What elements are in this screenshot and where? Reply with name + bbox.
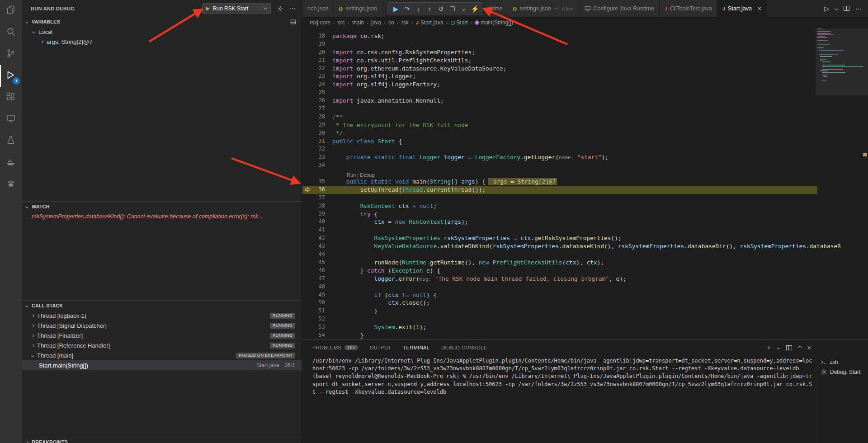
terminal-list-item[interactable]: Debug: Start: [815, 367, 868, 377]
tab-configure-java-runtime[interactable]: Configure Java Runtime: [580, 0, 660, 17]
code-line[interactable]: 45 runNode(Runtime.getRuntime(), new Pre…: [302, 259, 817, 267]
code-line[interactable]: 44: [302, 250, 817, 259]
hot-code-replace-button[interactable]: ⚡: [469, 3, 481, 15]
tab-clitoolstest-java[interactable]: JCliToolsTest.java: [660, 0, 717, 17]
launch-config-select[interactable]: ▶ Run RSK Start: [202, 3, 271, 14]
chevron-down-icon[interactable]: [777, 346, 780, 349]
code-line[interactable]: 51 }: [302, 307, 817, 315]
thread-row[interactable]: Thread [Finalizer]RUNNING: [22, 330, 302, 340]
activity-run-and-debug-button[interactable]: 1: [0, 65, 22, 87]
terminal-output[interactable]: /usr/bin/env /Library/Internet\ Plug-Ins…: [312, 357, 812, 443]
breakpoints-header[interactable]: BREAKPOINTS: [22, 437, 302, 443]
activity-source-control-button[interactable]: [0, 43, 22, 65]
code-lens-run-debug[interactable]: Run | Debug: [302, 170, 817, 178]
code-line[interactable]: 31public class Start {: [302, 137, 817, 146]
activity-docker-button[interactable]: [0, 152, 22, 174]
chevron-button[interactable]: [458, 3, 469, 15]
maximize-panel-icon[interactable]: [798, 346, 802, 349]
code-line[interactable]: 21import co.rsk.util.PreflightChecksUtil…: [302, 57, 817, 65]
code-line[interactable]: 32: [302, 145, 817, 153]
more-actions-icon[interactable]: ⋯: [855, 5, 862, 12]
code-line[interactable]: 52: [302, 315, 817, 323]
breadcrumb-item[interactable]: main: [352, 19, 364, 26]
code-editor[interactable]: 18package co.rsk;1920import co.rsk.confi…: [302, 28, 868, 339]
thread-row[interactable]: Thread [Signal Dispatcher]RUNNING: [22, 320, 302, 330]
code-line[interactable]: 26import javax.annotation.Nonnull;: [302, 97, 817, 105]
close-icon[interactable]: ×: [758, 5, 761, 12]
code-line[interactable]: 46 } catch (Exception e) {: [302, 267, 817, 275]
panel-tab-terminal[interactable]: TERMINAL: [403, 340, 429, 355]
code-line[interactable]: 20import co.rsk.config.RskSystemProperti…: [302, 48, 817, 57]
variables-scope-local[interactable]: Local: [22, 27, 302, 37]
watch-header[interactable]: WATCH: [22, 202, 302, 212]
code-line[interactable]: 34: [302, 161, 817, 170]
code-line[interactable]: 35 public static void main(String[] args…: [302, 178, 817, 186]
breadcrumb-item[interactable]: src: [338, 19, 345, 26]
minimap-slider[interactable]: [816, 28, 868, 95]
code-line[interactable]: 22import org.ethereum.datasource.KeyValu…: [302, 65, 817, 73]
thread-row[interactable]: Thread [Reference Handler]RUNNING: [22, 340, 302, 350]
close-panel-button[interactable]: ×: [807, 344, 811, 351]
variables-header[interactable]: VARIABLES: [22, 17, 302, 27]
thread-row[interactable]: Thread [main]PAUSED ON BREAKPOINT: [22, 350, 302, 360]
code-line[interactable]: 30 */: [302, 129, 817, 137]
code-line[interactable]: 27: [302, 105, 817, 113]
tab-nch-json[interactable]: nch.json: [302, 0, 334, 17]
code-line[interactable]: 50 ctx.close();: [302, 299, 817, 307]
code-line[interactable]: 37: [302, 194, 817, 202]
code-line[interactable]: 19: [302, 40, 817, 48]
more-actions-icon[interactable]: ⋯: [289, 5, 296, 13]
code-line[interactable]: 29 * The entrypoint for the RSK full nod…: [302, 121, 817, 129]
step-over-button[interactable]: ↷: [401, 3, 413, 15]
activity-extension-animal-button[interactable]: [0, 174, 22, 195]
breadcrumb-item[interactable]: Start: [451, 19, 468, 26]
terminal-list-item[interactable]: zsh: [815, 357, 868, 367]
breadcrumb-item[interactable]: rskj-core: [310, 19, 330, 26]
code-line[interactable]: 41: [302, 226, 817, 234]
code-line[interactable]: 38 RskContext ctx = null;: [302, 202, 817, 210]
open-panel-icon[interactable]: [290, 19, 296, 25]
variable-args[interactable]: args: String[2]@7: [22, 37, 302, 47]
watch-expression[interactable]: rskSystemProperties.databaseKind(): Cann…: [22, 212, 302, 220]
activity-testing-button[interactable]: [0, 130, 22, 152]
code-line[interactable]: 43 KeyValueDataSource.validateDbKind(rsk…: [302, 242, 817, 250]
activity-extensions-button[interactable]: [0, 87, 22, 108]
breadcrumb-item[interactable]: co: [388, 19, 394, 26]
restart-button[interactable]: ↺: [435, 3, 447, 15]
code-line[interactable]: 49 if (ctx != null) {: [302, 291, 817, 299]
current-execution-line[interactable]: 36 setUpThread(Thread.currentThread());: [302, 186, 817, 194]
step-into-button[interactable]: ↓: [413, 3, 424, 15]
code-line[interactable]: 53 System.exit(1);: [302, 323, 817, 331]
chevron-down-icon[interactable]: [835, 6, 838, 10]
activity-remote-explorer-button[interactable]: [0, 108, 22, 130]
panel-tab-debug-console[interactable]: DEBUG CONSOLE: [441, 340, 487, 355]
code-line[interactable]: 47 logger.error(msg: "The RSK node main …: [302, 275, 817, 283]
stop-button[interactable]: [447, 3, 458, 15]
minimap[interactable]: [817, 28, 862, 339]
split-editor-icon[interactable]: [844, 6, 849, 11]
breadcrumb-item[interactable]: rsk: [401, 19, 409, 26]
new-terminal-button[interactable]: +: [767, 344, 771, 351]
code-line[interactable]: 39 try {: [302, 210, 817, 218]
tab-settings-json[interactable]: {}settings.json~/.../User: [508, 0, 580, 17]
activity-search-button[interactable]: [0, 22, 22, 43]
breadcrumb-item[interactable]: java: [371, 19, 381, 26]
activity-explorer-button[interactable]: [0, 0, 22, 22]
breadcrumb-item[interactable]: main(String[]): [475, 19, 513, 26]
step-out-button[interactable]: ↑: [424, 3, 435, 15]
code-line[interactable]: 40 ctx = new RskContext(args);: [302, 218, 817, 226]
code-line[interactable]: 18package co.rsk;: [302, 32, 817, 40]
panel-tab-output[interactable]: OUTPUT: [370, 340, 392, 355]
code-line[interactable]: 23import org.slf4j.Logger;: [302, 72, 817, 80]
call-stack-header[interactable]: CALL STACK: [22, 301, 302, 311]
thread-row[interactable]: Thread [logback-1]RUNNING: [22, 311, 302, 320]
code-line[interactable]: 48: [302, 283, 817, 291]
code-line[interactable]: 28/**: [302, 113, 817, 121]
panel-tab-problems[interactable]: PROBLEMS1K+: [312, 340, 358, 355]
code-line[interactable]: 54 }: [302, 331, 817, 339]
split-terminal-icon[interactable]: [786, 345, 792, 350]
breadcrumb-item[interactable]: JStart.java: [416, 19, 443, 26]
tab-settings-json[interactable]: {}settings.json: [334, 0, 382, 17]
stack-frame[interactable]: Start.main(String[])Start.java36:1: [22, 360, 302, 370]
run-file-button[interactable]: ▷: [824, 5, 829, 12]
